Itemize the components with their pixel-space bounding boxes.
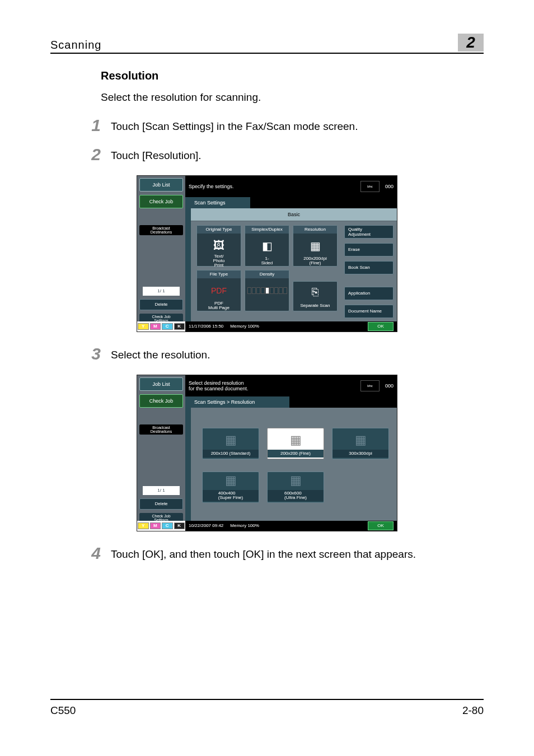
intro-paragraph: Select the resolution for scanning. bbox=[101, 90, 484, 105]
cell-value: Separate Scan bbox=[293, 301, 337, 311]
step-number: 3 bbox=[81, 346, 101, 362]
toner-c: C bbox=[162, 323, 173, 330]
sidebar: Job List Check Job Broadcast Destination… bbox=[137, 176, 185, 321]
counter: 000 bbox=[385, 383, 394, 389]
page-icon: ◧ bbox=[245, 234, 289, 258]
delete-button[interactable]: Delete bbox=[139, 299, 183, 310]
prompt-text: Specify the settings. bbox=[189, 184, 360, 189]
toner-k: K bbox=[174, 522, 185, 529]
status-bar: 11/17/2006 15:50 Memory 100% OK bbox=[185, 321, 397, 332]
pdf-icon: PDF bbox=[197, 278, 241, 303]
scan-settings-tab[interactable]: Scan Settings bbox=[191, 197, 250, 208]
res-label: 600x600 (Ultra Fine) bbox=[268, 490, 324, 501]
right-panel: Quality Adjustment Erase Book Scan Appli… bbox=[344, 225, 394, 323]
page-indicator: 1/ 1 bbox=[143, 486, 180, 495]
res-200x100-button[interactable]: ▦200x100 (Standard) bbox=[202, 428, 259, 459]
screenshot-scan-settings: Job List Check Job Broadcast Destination… bbox=[137, 175, 397, 332]
grid-icon: ▦ bbox=[290, 473, 302, 488]
cell-value: 200x200dpi (Fine) bbox=[293, 256, 337, 266]
cell-value: PDF Multi Page bbox=[197, 301, 241, 311]
brand-logo: bhc bbox=[360, 181, 380, 192]
step-number: 1 bbox=[81, 117, 101, 134]
check-job-button[interactable]: Check Job bbox=[139, 195, 183, 208]
ok-button[interactable]: OK bbox=[368, 521, 394, 530]
delete-button[interactable]: Delete bbox=[139, 498, 183, 510]
broadcast-destinations-label: Broadcast Destinations bbox=[139, 424, 183, 435]
sidebar: Job List Check Job Broadcast Destination… bbox=[137, 375, 185, 521]
quality-adjustment-button[interactable]: Quality Adjustment bbox=[344, 225, 394, 239]
toner-m: M bbox=[150, 522, 161, 529]
page-header: Scanning 2 bbox=[50, 34, 484, 54]
step-4: 4 Touch [OK], and then touch [OK] in the… bbox=[81, 545, 484, 562]
section-name: Scanning bbox=[50, 39, 458, 52]
step-number: 4 bbox=[81, 545, 101, 562]
simplex-duplex-button[interactable]: Simplex/Duplex ◧ 1- Sided bbox=[245, 225, 289, 267]
book-scan-button[interactable]: Book Scan bbox=[344, 261, 394, 274]
grid-icon: ▦ bbox=[225, 473, 237, 488]
datetime: 11/17/2006 15:50 bbox=[189, 324, 223, 329]
settings-body: Basic Original Type 🖼 Text/ Photo Print … bbox=[191, 208, 397, 321]
res-600x600-button[interactable]: ▦600x600 (Ultra Fine) bbox=[267, 472, 324, 503]
density-button[interactable]: Density bbox=[245, 270, 289, 311]
toner-c: C bbox=[162, 522, 173, 529]
tab-rail bbox=[185, 396, 191, 521]
toner-k: K bbox=[174, 323, 185, 330]
section-title: Resolution bbox=[101, 69, 484, 82]
application-button[interactable]: Application bbox=[344, 287, 394, 300]
res-400x400-button[interactable]: ▦400x400 (Super Fine) bbox=[202, 472, 259, 503]
prompt-text: Select desired resolution for the scanne… bbox=[189, 380, 360, 391]
chapter-number: 2 bbox=[458, 34, 484, 52]
footer-model: C550 bbox=[50, 704, 76, 717]
screen-header: Select desired resolution for the scanne… bbox=[185, 375, 397, 396]
grid-icon: ▦ bbox=[293, 234, 337, 258]
cell-label: Simplex/Duplex bbox=[245, 226, 289, 234]
check-job-button[interactable]: Check Job bbox=[139, 394, 183, 408]
breadcrumb-tab: Scan Settings > Resolution bbox=[191, 396, 289, 408]
toner-indicators: Y M C K bbox=[137, 521, 185, 531]
job-list-button[interactable]: Job List bbox=[139, 377, 183, 391]
basic-tab[interactable]: Basic bbox=[191, 208, 397, 221]
step-text: Touch [OK], and then touch [OK] in the n… bbox=[111, 545, 416, 561]
file-type-button[interactable]: File Type PDF PDF Multi Page bbox=[196, 270, 241, 311]
density-slider bbox=[245, 278, 289, 303]
grid-icon: ▦ bbox=[355, 433, 367, 447]
step-3: 3 Select the resolution. bbox=[81, 346, 484, 362]
footer-page: 2-80 bbox=[462, 704, 484, 717]
page-footer: C550 2-80 bbox=[50, 699, 484, 717]
step-text: Select the resolution. bbox=[111, 346, 210, 361]
counter: 000 bbox=[385, 184, 394, 189]
res-label: 200x100 (Standard) bbox=[203, 450, 259, 458]
ok-button[interactable]: OK bbox=[368, 322, 394, 331]
res-label: 200x200 (Fine) bbox=[268, 450, 324, 458]
cell-label: Original Type bbox=[197, 226, 241, 234]
tab-rail bbox=[185, 197, 191, 321]
job-list-button[interactable]: Job List bbox=[139, 178, 183, 192]
toner-y: Y bbox=[138, 323, 149, 330]
erase-button[interactable]: Erase bbox=[344, 243, 394, 256]
grid-icon: ▦ bbox=[225, 433, 237, 447]
cell-label: Resolution bbox=[293, 226, 337, 234]
step-text: Touch [Scan Settings] in the Fax/Scan mo… bbox=[111, 117, 358, 133]
res-300x300-button[interactable]: ▦300x300dpi bbox=[332, 428, 389, 459]
resolution-button[interactable]: Resolution ▦ 200x200dpi (Fine) bbox=[293, 225, 338, 267]
separate-scan-button[interactable]: ⎘ Separate Scan bbox=[293, 281, 338, 311]
datetime: 10/22/2007 09:42 bbox=[189, 523, 223, 528]
res-200x200-button[interactable]: ▦200x200 (Fine) bbox=[267, 428, 324, 459]
cell-label: Density bbox=[245, 270, 289, 278]
original-type-button[interactable]: Original Type 🖼 Text/ Photo Print bbox=[196, 225, 241, 267]
resolution-body: ▦200x100 (Standard) ▦200x200 (Fine) ▦300… bbox=[191, 408, 397, 521]
memory-status: Memory 100% bbox=[230, 523, 259, 528]
page-indicator: 1/ 1 bbox=[143, 287, 180, 296]
step-number: 2 bbox=[81, 146, 101, 163]
grid-icon: ▦ bbox=[290, 433, 302, 447]
brand-logo: bhc bbox=[360, 380, 380, 391]
memory-status: Memory 100% bbox=[230, 324, 259, 329]
toner-indicators: Y M C K bbox=[137, 321, 185, 332]
cell-value: Text/ Photo Print bbox=[197, 256, 241, 266]
step-text: Touch [Resolution]. bbox=[111, 146, 202, 162]
toner-m: M bbox=[150, 323, 161, 330]
broadcast-destinations-label: Broadcast Destinations bbox=[139, 225, 183, 235]
res-label: 400x400 (Super Fine) bbox=[203, 490, 259, 501]
document-name-button[interactable]: Document Name bbox=[344, 305, 394, 318]
step-1: 1 Touch [Scan Settings] in the Fax/Scan … bbox=[81, 117, 484, 134]
